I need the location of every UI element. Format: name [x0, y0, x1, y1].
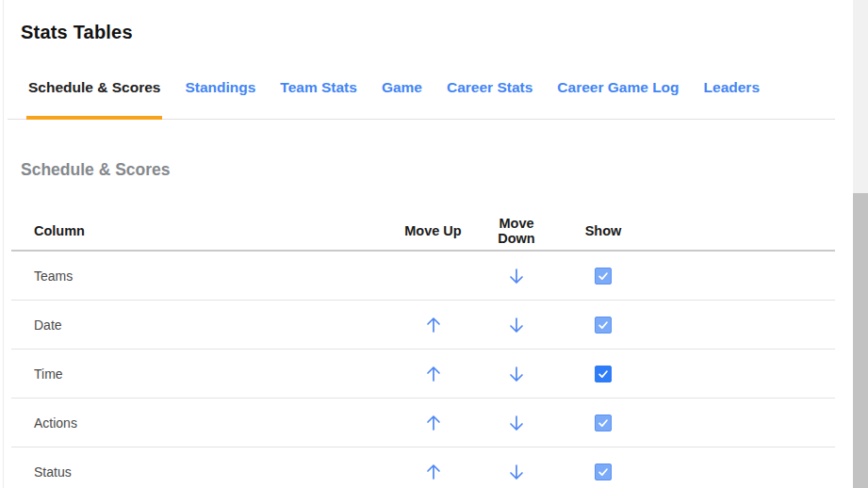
- columns-table: Column Move Up Move Down Show Teams: [11, 211, 835, 488]
- table-row-date: Date: [11, 301, 835, 350]
- tab-career-game-log[interactable]: Career Game Log: [557, 73, 679, 119]
- scrollbar-thumb[interactable]: [853, 193, 868, 488]
- left-edge-border: [3, 0, 4, 488]
- tab-label: Career Game Log: [557, 79, 679, 95]
- table-header-row: Column Move Up Move Down Show: [11, 211, 835, 252]
- move-up-cell: [384, 413, 483, 433]
- header-move-down: Move Down: [483, 216, 550, 246]
- move-up-cell: [384, 462, 483, 482]
- arrow-up-icon: [424, 414, 443, 432]
- move-down-button[interactable]: [506, 315, 527, 335]
- move-up-button[interactable]: [423, 364, 444, 384]
- tab-label: Team Stats: [280, 79, 357, 95]
- show-checkbox[interactable]: [595, 268, 612, 285]
- show-checkbox[interactable]: [595, 464, 612, 480]
- table-row-actions: Actions: [11, 399, 835, 447]
- header-move-up: Move Up: [384, 223, 483, 238]
- row-label: Teams: [11, 268, 384, 284]
- show-checkbox[interactable]: [595, 415, 612, 431]
- arrow-down-icon: [507, 414, 526, 432]
- tab-schedule-scores[interactable]: Schedule & Scores: [28, 73, 160, 119]
- row-label: Time: [11, 366, 384, 382]
- stats-tables-page: Stats Tables Schedule & Scores Standings…: [0, 0, 868, 488]
- active-tab-underline: [26, 116, 162, 120]
- check-icon: [597, 367, 610, 381]
- move-up-button[interactable]: [423, 413, 444, 433]
- tab-leaders[interactable]: Leaders: [704, 73, 760, 119]
- arrow-down-icon: [507, 365, 526, 383]
- move-down-button[interactable]: [506, 413, 527, 433]
- show-cell: [550, 268, 656, 285]
- move-down-cell: [483, 413, 550, 433]
- check-icon: [597, 269, 610, 283]
- arrow-up-icon: [424, 365, 443, 383]
- check-icon: [597, 416, 610, 430]
- move-down-cell: [483, 364, 550, 384]
- row-label: Actions: [11, 415, 384, 431]
- check-icon: [597, 318, 610, 332]
- show-cell: [550, 317, 656, 333]
- row-label: Status: [11, 464, 384, 480]
- show-cell: [550, 415, 656, 431]
- arrow-up-icon: [424, 463, 443, 481]
- show-checkbox[interactable]: [595, 366, 612, 382]
- tab-label: Leaders: [704, 79, 760, 95]
- show-cell: [550, 464, 656, 480]
- move-down-cell: [483, 266, 550, 286]
- move-up-cell: [384, 364, 483, 384]
- move-up-button[interactable]: [423, 315, 444, 335]
- row-label: Date: [11, 317, 384, 333]
- tab-career-stats[interactable]: Career Stats: [447, 73, 532, 119]
- move-down-button[interactable]: [506, 364, 527, 384]
- section-title: Schedule & Scores: [21, 160, 171, 180]
- scrollbar[interactable]: [853, 0, 868, 488]
- check-icon: [597, 465, 610, 479]
- tab-label: Career Stats: [447, 79, 532, 95]
- tab-standings[interactable]: Standings: [185, 73, 255, 119]
- move-down-cell: [483, 315, 550, 335]
- arrow-down-icon: [507, 463, 526, 481]
- tab-label: Schedule & Scores: [28, 79, 160, 95]
- arrow-down-icon: [507, 267, 526, 285]
- tab-game[interactable]: Game: [382, 73, 422, 119]
- table-row-time: Time: [11, 350, 835, 399]
- arrow-up-icon: [424, 316, 443, 334]
- show-checkbox[interactable]: [595, 317, 612, 333]
- move-up-cell: [384, 315, 483, 335]
- move-down-cell: [483, 462, 550, 482]
- arrow-down-icon: [507, 316, 526, 334]
- tab-team-stats[interactable]: Team Stats: [280, 73, 357, 119]
- tab-bar: Schedule & Scores Standings Team Stats G…: [8, 73, 835, 120]
- header-show: Show: [550, 223, 656, 238]
- header-column: Column: [11, 223, 384, 238]
- move-up-button[interactable]: [423, 462, 444, 482]
- show-cell: [550, 366, 656, 382]
- page-title: Stats Tables: [21, 22, 133, 43]
- tab-label: Game: [382, 79, 422, 95]
- table-row-teams: Teams: [11, 252, 835, 301]
- table-row-status: Status: [11, 447, 835, 488]
- move-down-button[interactable]: [506, 462, 527, 482]
- move-down-button[interactable]: [506, 266, 527, 286]
- tab-label: Standings: [185, 79, 255, 95]
